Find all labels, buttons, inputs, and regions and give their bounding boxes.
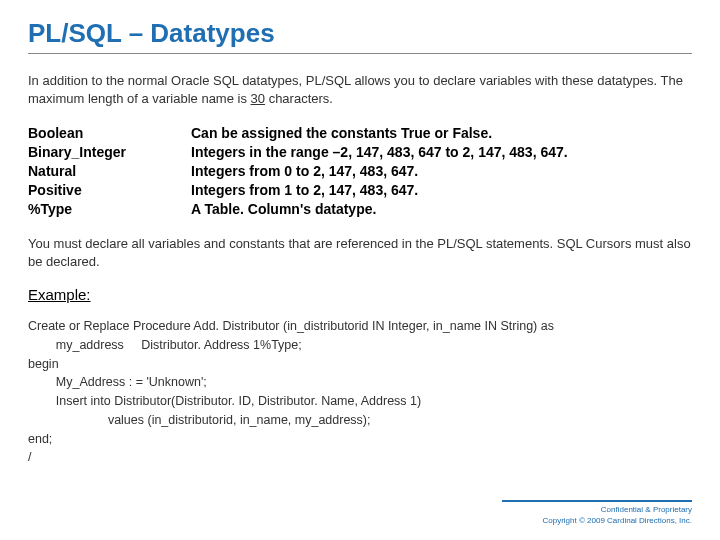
title-divider [28,53,692,54]
datatype-desc-column: Can be assigned the constants True or Fa… [191,125,568,217]
note-paragraph: You must declare all variables and const… [28,235,692,270]
datatype-name: Positive [28,182,163,198]
slide: PL/SQL – Datatypes In addition to the no… [0,0,720,540]
intro-text-2: characters. [265,91,333,106]
code-block: Create or Replace Procedure Add. Distrib… [28,317,692,467]
example-label: Example: [28,286,692,303]
intro-underlined-number: 30 [251,91,265,106]
datatype-desc: Integers in the range –2, 147, 483, 647 … [191,144,568,160]
datatype-name: Binary_Integer [28,144,163,160]
page-title: PL/SQL – Datatypes [28,18,692,49]
datatype-name: Natural [28,163,163,179]
intro-paragraph: In addition to the normal Oracle SQL dat… [28,72,692,107]
datatype-desc: Integers from 0 to 2, 147, 483, 647. [191,163,568,179]
footer-line-2: Copyright © 2009 Cardinal Directions, In… [502,516,692,526]
datatype-table: Boolean Binary_Integer Natural Positive … [28,125,692,217]
datatype-desc: Integers from 1 to 2, 147, 483, 647. [191,182,568,198]
datatype-name: Boolean [28,125,163,141]
datatype-name: %Type [28,201,163,217]
footer: Confidential & Proprietary Copyright © 2… [502,500,692,526]
datatype-names-column: Boolean Binary_Integer Natural Positive … [28,125,163,217]
footer-divider [502,500,692,502]
datatype-desc: A Table. Column's datatype. [191,201,568,217]
footer-line-1: Confidential & Proprietary [502,505,692,515]
intro-text-1: In addition to the normal Oracle SQL dat… [28,73,683,106]
datatype-desc: Can be assigned the constants True or Fa… [191,125,568,141]
